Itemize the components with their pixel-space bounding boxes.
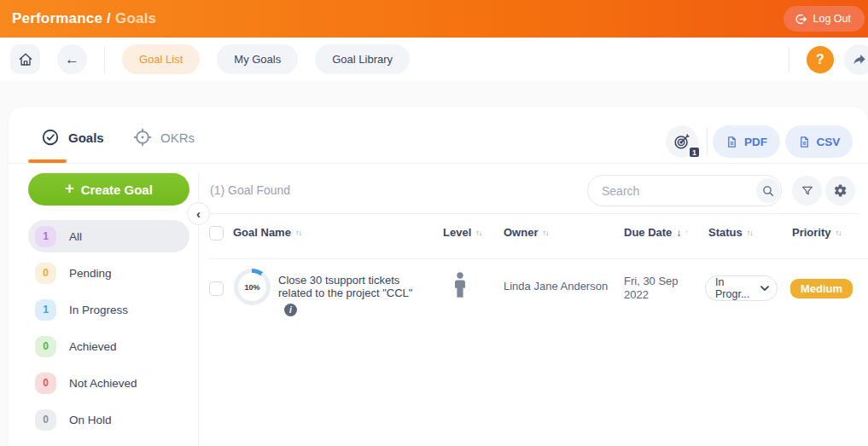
tab-okrs-label: OKRs — [160, 130, 195, 145]
help-button[interactable]: ? — [807, 46, 834, 73]
row-checkbox[interactable] — [209, 281, 224, 296]
column-label: Due Date — [624, 226, 672, 239]
column-header-level[interactable]: Level ↑↓ — [443, 226, 481, 239]
navbar: ← Goal List My Goals Goal Library ? — [0, 38, 868, 81]
goal-target-shortcut-button[interactable]: 1 — [666, 125, 698, 158]
goals-card: Goals OKRs 1 — [9, 107, 868, 446]
goals-found-count: (1) Goal Found — [210, 183, 290, 197]
chevron-left-icon: ‹ — [196, 206, 201, 221]
not-achieved-count-badge: 0 — [35, 373, 56, 394]
target-count-badge: 1 — [688, 146, 701, 159]
sidebar-item-label: Not Achieved — [69, 377, 137, 390]
topbar: Performance /Goals Log Out — [0, 0, 868, 38]
csv-file-icon — [798, 136, 811, 148]
sidebar-collapse-button[interactable]: ‹ — [187, 202, 210, 225]
goal-progress-value: 10% — [238, 273, 266, 301]
filter-funnel-icon — [801, 184, 814, 198]
achieved-count-badge: 0 — [35, 336, 56, 357]
sidebar-item-label: In Progress — [69, 304, 128, 316]
create-goal-label: Create Goal — [81, 182, 153, 197]
page-title: Performance /Goals — [12, 10, 156, 27]
column-label: Owner — [504, 226, 538, 239]
export-pdf-button[interactable]: PDF — [713, 125, 780, 158]
sidebar-item-label: Achieved — [69, 340, 117, 353]
logout-icon — [795, 13, 807, 26]
sidebar-item-all[interactable]: 1 All — [28, 220, 189, 252]
info-icon[interactable]: i — [284, 304, 297, 316]
due-date-line2: 2022 — [624, 288, 679, 302]
page-title-primary: Performance / — [12, 10, 111, 26]
home-button[interactable] — [10, 44, 40, 74]
goal-name-line2: related to the project "CCL" — [278, 287, 412, 299]
share-arrow-icon — [852, 52, 867, 67]
sidebar-item-pending[interactable]: 0 Pending — [28, 257, 189, 289]
status-select-value: In Progr... — [715, 276, 760, 300]
app-root: Performance /Goals Log Out ← Goal List M… — [0, 0, 868, 446]
sidebar-item-label: All — [69, 230, 82, 243]
tab-my-goals[interactable]: My Goals — [217, 44, 298, 74]
sidebar-item-in-progress[interactable]: 1 In Progress — [28, 293, 189, 326]
in-progress-count-badge: 1 — [35, 299, 56, 321]
settings-button[interactable] — [825, 176, 855, 206]
sort-desc-icon: ↓ — [676, 227, 680, 239]
search-box — [587, 175, 782, 206]
create-goal-button[interactable]: + Create Goal — [28, 173, 189, 206]
nav-right-divider — [789, 47, 789, 72]
plus-icon: + — [65, 180, 74, 198]
export-pdf-label: PDF — [744, 136, 767, 148]
level-individual-icon — [451, 271, 469, 302]
back-button[interactable]: ← — [57, 44, 87, 74]
search-input[interactable] — [588, 184, 756, 198]
on-hold-count-badge: 0 — [35, 409, 56, 431]
due-date-line1: Fri, 30 Sep — [624, 275, 679, 288]
tab-goals-label: Goals — [68, 130, 104, 145]
goal-progress-ring: 10% — [234, 269, 271, 305]
tab-strip-border — [9, 163, 868, 164]
column-label: Status — [708, 226, 743, 239]
tab-goals[interactable]: Goals — [36, 127, 109, 148]
column-header-status[interactable]: Status ↑↓ — [708, 226, 753, 239]
export-csv-label: CSV — [817, 136, 841, 148]
column-header-priority[interactable]: Priority ↑↓ — [792, 226, 842, 239]
nav-divider — [104, 47, 105, 72]
export-csv-button[interactable]: CSV — [785, 125, 853, 158]
sidebar-item-label: Pending — [69, 267, 112, 280]
share-button[interactable] — [844, 44, 868, 75]
owner-cell: Linda Jane Anderson — [504, 280, 608, 293]
nav-right-cluster: ? — [772, 38, 868, 81]
sidebar-item-on-hold[interactable]: 0 On Hold — [28, 403, 189, 436]
sort-icon: ↑↓ — [542, 229, 548, 237]
pdf-file-icon — [725, 136, 738, 148]
gear-icon — [833, 183, 848, 198]
column-label: Level — [443, 226, 471, 239]
logout-button[interactable]: Log Out — [784, 6, 865, 32]
page-title-secondary: Goals — [115, 10, 156, 26]
sort-icon: ↑↓ — [475, 229, 481, 237]
column-header-owner[interactable]: Owner ↑↓ — [504, 226, 548, 239]
tab-goal-list[interactable]: Goal List — [122, 44, 200, 74]
sidebar-item-achieved[interactable]: 0 Achieved — [28, 330, 189, 362]
status-select[interactable]: In Progr... — [705, 275, 778, 301]
sort-icon: ↑↓ — [747, 229, 753, 237]
search-icon — [761, 184, 775, 198]
goal-name-line1: Close 30 tsupport tickets — [278, 274, 423, 287]
priority-badge: Medium — [790, 279, 853, 298]
column-header-due-date[interactable]: Due Date ↓↑ — [624, 226, 688, 239]
filter-button[interactable] — [792, 176, 822, 206]
sidebar-item-not-achieved[interactable]: 0 Not Achieved — [28, 367, 189, 399]
table-header-border — [209, 258, 868, 259]
tab-goal-library[interactable]: Goal Library — [315, 44, 410, 74]
status-filter-sidebar: 1 All 0 Pending 1 In Progress 0 Achieved… — [28, 220, 189, 440]
okrs-crosshair-icon — [133, 128, 152, 147]
column-label: Priority — [792, 226, 831, 239]
sidebar-item-label: On Hold — [69, 414, 112, 426]
chevron-down-icon — [760, 286, 769, 292]
select-all-checkbox[interactable] — [209, 226, 224, 240]
column-header-goal-name[interactable]: Goal Name ↑↓ — [233, 226, 301, 239]
pending-count-badge: 0 — [35, 263, 56, 284]
logout-label: Log Out — [813, 13, 851, 25]
goal-name-cell[interactable]: Close 30 tsupport tickets related to the… — [278, 274, 423, 316]
goals-target-check-icon — [41, 128, 60, 147]
search-submit-button[interactable] — [756, 178, 780, 203]
tab-okrs[interactable]: OKRs — [128, 127, 200, 148]
